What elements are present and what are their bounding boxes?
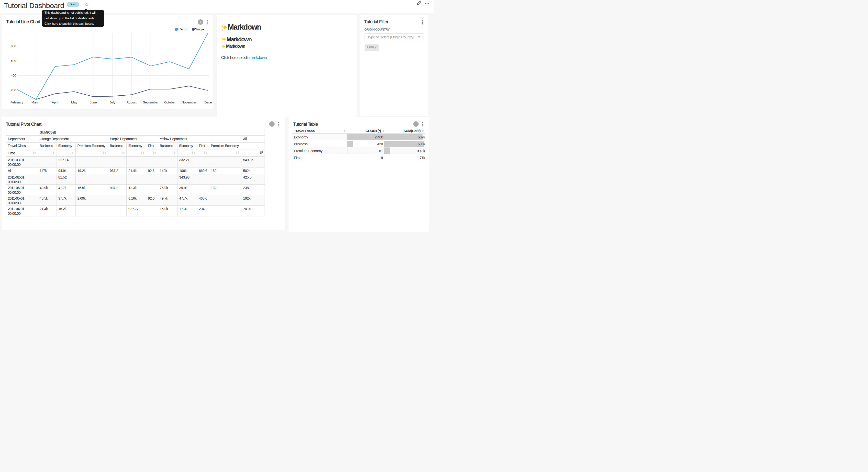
- svg-text:800: 800: [11, 44, 17, 48]
- svg-text:200: 200: [11, 88, 17, 92]
- svg-text:March: March: [32, 100, 40, 104]
- svg-text:May: May: [71, 100, 77, 104]
- svg-text:August: August: [127, 100, 137, 104]
- svg-text:July: July: [110, 100, 116, 104]
- svg-text:Return: Return: [179, 27, 188, 31]
- svg-text:Dece: Dece: [205, 100, 212, 104]
- svg-text:April: April: [52, 100, 58, 104]
- svg-text:Single: Single: [195, 27, 205, 31]
- svg-text:600: 600: [11, 59, 17, 63]
- svg-text:June: June: [90, 100, 97, 104]
- svg-text:400: 400: [11, 73, 17, 77]
- svg-text:February: February: [10, 100, 24, 104]
- svg-text:September: September: [143, 100, 159, 104]
- svg-text:October: October: [164, 100, 176, 104]
- svg-text:November: November: [182, 100, 196, 104]
